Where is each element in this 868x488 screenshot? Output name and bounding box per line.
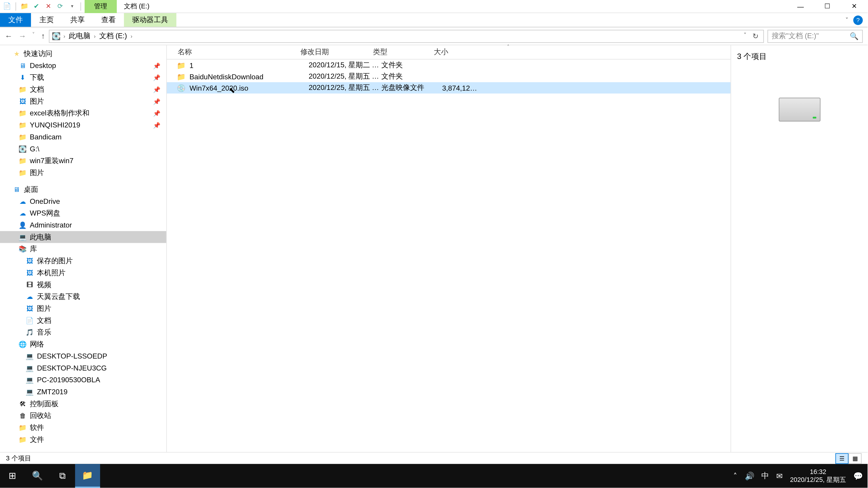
file-type: 文件夹 — [381, 60, 442, 70]
nav-recent-item[interactable]: 📁win7重装win7 — [0, 155, 166, 167]
file-date: 2020/12/25, 星期五 1... — [309, 83, 381, 93]
qat-open-icon[interactable]: 📁 — [20, 2, 29, 11]
nav-library-item[interactable]: ☁天翼云盘下载 — [0, 291, 166, 302]
breadcrumb-segment[interactable]: 文档 (E:) — [98, 31, 128, 41]
folder-icon: 📁 — [18, 435, 27, 444]
navigation-pane[interactable]: ★快速访问 🖥Desktop📌 ⬇下载📌 📁文档📌 🖼图片📌 📁excel表格制… — [0, 45, 167, 452]
nav-folder[interactable]: 📁软件 — [0, 422, 166, 433]
ime-icon[interactable]: 中 — [761, 470, 769, 481]
nav-network-pc[interactable]: 💻DESKTOP-NJEU3CG — [0, 362, 166, 374]
clock-time: 16:32 — [790, 468, 846, 476]
nav-quick-access[interactable]: ★快速访问 — [0, 48, 166, 60]
nav-folder[interactable]: 📁文件 — [0, 433, 166, 446]
breadcrumb-segment[interactable]: 此电脑 — [68, 31, 91, 41]
start-button[interactable]: ⊞ — [0, 464, 25, 488]
search-input[interactable]: 搜索"文档 (E:)" 🔍 — [767, 29, 863, 42]
nav-user[interactable]: 👤Administrator — [0, 219, 166, 231]
task-view-button[interactable]: ⧉ — [50, 464, 75, 488]
preview-pane: 3 个项目 — [731, 45, 868, 452]
nav-recycle-bin[interactable]: 🗑回收站 — [0, 410, 166, 422]
ribbon-collapse-icon[interactable]: ˅ — [845, 17, 848, 23]
qat-dropdown-icon[interactable]: ▾ — [67, 2, 77, 11]
nav-wps[interactable]: ☁WPS网盘 — [0, 207, 166, 219]
details-view-button[interactable]: ☰ — [835, 453, 848, 464]
ribbon-tab-share[interactable]: 共享 — [62, 13, 93, 27]
chevron-right-icon[interactable]: › — [62, 33, 66, 39]
nav-this-pc[interactable]: 💻此电脑 — [0, 231, 166, 243]
drive-icon: 💽 — [52, 31, 61, 41]
video-icon: 🎞 — [25, 280, 35, 289]
ribbon-tab-file[interactable]: 文件 — [0, 13, 31, 27]
ribbon-tab-view[interactable]: 查看 — [93, 13, 124, 27]
qat-checkmark-icon[interactable]: ✔ — [32, 2, 41, 11]
ribbon-tab-drive-tools[interactable]: 驱动器工具 — [124, 13, 176, 27]
quick-access-toolbar: 📄 📁 ✔ ✕ ⟳ ▾ — [0, 2, 85, 11]
search-icon[interactable]: 🔍 — [850, 32, 859, 40]
nav-pinned-item[interactable]: ⬇下载📌 — [0, 71, 166, 84]
pc-icon: 💻 — [25, 375, 35, 385]
clock[interactable]: 16:32 2020/12/25, 星期五 — [790, 468, 846, 484]
maximize-button[interactable]: ☐ — [814, 0, 841, 13]
breadcrumb[interactable]: 💽 › 此电脑 › 文档 (E:) › ˅ ↻ — [49, 29, 764, 42]
qat-refresh-icon[interactable]: ⟳ — [55, 2, 65, 11]
thumbnails-view-button[interactable]: ▦ — [848, 453, 862, 464]
desktop-icon: 🖥 — [12, 185, 22, 194]
cloud-icon: ☁ — [18, 208, 27, 218]
taskbar-explorer[interactable]: 📁 — [75, 464, 100, 488]
nav-library-item[interactable]: 📄文档 — [0, 315, 166, 326]
nav-desktop[interactable]: 🖥桌面 — [0, 184, 166, 195]
nav-library-item[interactable]: 🎞视频 — [0, 279, 166, 291]
action-center-icon[interactable]: 💬 — [853, 471, 863, 480]
back-button[interactable]: ← — [5, 32, 12, 41]
volume-icon[interactable]: 🔊 — [745, 471, 754, 480]
chevron-right-icon[interactable]: › — [129, 33, 133, 39]
system-tray: ˄ 🔊 中 ✉ 16:32 2020/12/25, 星期五 💬 — [728, 468, 868, 484]
minimize-button[interactable]: — — [787, 0, 814, 13]
mail-icon[interactable]: ✉ — [776, 471, 783, 480]
nav-library-item[interactable]: 🖼保存的图片 — [0, 255, 166, 267]
help-icon[interactable]: ? — [853, 15, 863, 25]
main-content: ★快速访问 🖥Desktop📌 ⬇下载📌 📁文档📌 🖼图片📌 📁excel表格制… — [0, 45, 868, 452]
file-rows: 📁 1 2020/12/15, 星期二 1... 文件夹 📁 BaiduNetd… — [167, 60, 731, 94]
qat-close-icon[interactable]: ✕ — [43, 2, 53, 11]
up-button[interactable]: ↑ — [41, 32, 45, 41]
nav-network-pc[interactable]: 💻PC-20190530OBLA — [0, 374, 166, 386]
nav-pinned-item[interactable]: 📁文档📌 — [0, 84, 166, 95]
recent-locations-icon[interactable]: ˅ — [32, 32, 35, 41]
search-button[interactable]: 🔍 — [25, 464, 50, 488]
breadcrumb-dropdown-icon[interactable]: ˅ — [744, 32, 747, 40]
column-headers: ˄ 名称 修改日期 类型 大小 — [167, 45, 731, 59]
nav-onedrive[interactable]: ☁OneDrive — [0, 195, 166, 207]
nav-network-pc[interactable]: 💻ZMT2019 — [0, 386, 166, 398]
refresh-icon[interactable]: ↻ — [750, 32, 761, 40]
nav-libraries[interactable]: 📚库 — [0, 243, 166, 255]
status-bar: 3 个项目 ☰ ▦ — [0, 452, 868, 464]
nav-library-item[interactable]: 🎵音乐 — [0, 326, 166, 338]
nav-control-panel[interactable]: 🛠控制面板 — [0, 398, 166, 410]
nav-library-item[interactable]: 🖼本机照片 — [0, 267, 166, 279]
ribbon-tab-home[interactable]: 主页 — [31, 13, 62, 27]
close-button[interactable]: ✕ — [841, 0, 868, 13]
nav-pinned-item[interactable]: 📁excel表格制作求和📌 — [0, 107, 166, 119]
file-name: BaiduNetdiskDownload — [189, 72, 309, 80]
ribbon-tabs: 文件 主页 共享 查看 驱动器工具 ˅ ? — [0, 13, 868, 27]
nav-network[interactable]: 🌐网络 — [0, 338, 166, 350]
nav-recent-item[interactable]: 💽G:\ — [0, 143, 166, 155]
nav-recent-item[interactable]: 📁图片 — [0, 167, 166, 179]
file-row[interactable]: 💿 Win7x64_2020.iso 2020/12/25, 星期五 1... … — [167, 82, 731, 94]
nav-pinned-item[interactable]: 🖥Desktop📌 — [0, 60, 166, 72]
tray-chevron-icon[interactable]: ˄ — [733, 471, 737, 480]
file-row[interactable]: 📁 BaiduNetdiskDownload 2020/12/25, 星期五 1… — [167, 71, 731, 82]
library-icon: 📚 — [18, 244, 27, 254]
file-row[interactable]: 📁 1 2020/12/15, 星期二 1... 文件夹 — [167, 60, 731, 71]
pin-icon: 📌 — [153, 122, 160, 128]
nav-network-pc[interactable]: 💻DESKTOP-LSSOEDP — [0, 350, 166, 362]
forward-button[interactable]: → — [19, 32, 26, 41]
nav-pinned-item[interactable]: 🖼图片📌 — [0, 95, 166, 107]
nav-pinned-item[interactable]: 📁YUNQISHI2019📌 — [0, 119, 166, 131]
folder-icon: 📁 — [18, 85, 27, 94]
nav-recent-item[interactable]: 📁Bandicam — [0, 131, 166, 143]
nav-library-item[interactable]: 🖼图片 — [0, 302, 166, 315]
address-bar: ← → ˅ ↑ 💽 › 此电脑 › 文档 (E:) › ˅ ↻ 搜索"文档 (E… — [0, 27, 868, 45]
chevron-right-icon[interactable]: › — [93, 33, 97, 39]
